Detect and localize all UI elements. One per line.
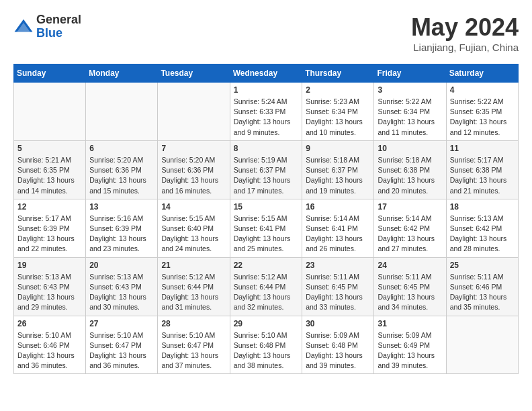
calendar-cell: 4Sunrise: 5:22 AMSunset: 6:35 PMDaylight… — [446, 83, 518, 141]
day-info: Sunrise: 5:09 AMSunset: 6:48 PMDaylight:… — [306, 330, 370, 371]
logo-icon — [13, 17, 34, 37]
day-info: Sunrise: 5:17 AMSunset: 6:38 PMDaylight:… — [450, 155, 515, 196]
day-number: 14 — [161, 202, 226, 212]
calendar-cell: 23Sunrise: 5:11 AMSunset: 6:45 PMDayligh… — [302, 257, 374, 316]
calendar-cell: 27Sunrise: 5:10 AMSunset: 6:47 PMDayligh… — [86, 316, 158, 374]
weekday-header: Thursday — [302, 64, 374, 83]
day-number: 12 — [17, 202, 82, 212]
weekday-header-row: SundayMondayTuesdayWednesdayThursdayFrid… — [14, 64, 519, 83]
day-info: Sunrise: 5:18 AMSunset: 6:38 PMDaylight:… — [378, 155, 442, 196]
calendar-cell: 8Sunrise: 5:19 AMSunset: 6:37 PMDaylight… — [230, 140, 302, 199]
day-number: 3 — [378, 85, 442, 95]
day-info: Sunrise: 5:10 AMSunset: 6:48 PMDaylight:… — [234, 330, 299, 371]
day-number: 27 — [89, 319, 154, 328]
weekday-header: Sunday — [14, 64, 86, 83]
day-number: 9 — [306, 144, 370, 153]
calendar-week-row: 5Sunrise: 5:21 AMSunset: 6:35 PMDaylight… — [14, 140, 519, 199]
calendar-cell: 10Sunrise: 5:18 AMSunset: 6:38 PMDayligh… — [374, 140, 446, 199]
calendar-cell: 29Sunrise: 5:10 AMSunset: 6:48 PMDayligh… — [230, 316, 302, 374]
day-number: 24 — [378, 261, 442, 270]
calendar-cell: 28Sunrise: 5:10 AMSunset: 6:47 PMDayligh… — [158, 316, 230, 374]
calendar-cell — [158, 83, 230, 141]
day-info: Sunrise: 5:20 AMSunset: 6:36 PMDaylight:… — [161, 155, 226, 196]
calendar-cell: 14Sunrise: 5:15 AMSunset: 6:40 PMDayligh… — [158, 199, 230, 257]
calendar-cell: 30Sunrise: 5:09 AMSunset: 6:48 PMDayligh… — [302, 316, 374, 374]
page-header: General Blue May 2024 Lianjiang, Fujian,… — [13, 13, 519, 53]
day-number: 31 — [378, 319, 442, 328]
logo-text: General Blue — [36, 13, 81, 40]
day-number: 6 — [89, 144, 154, 153]
calendar-cell: 9Sunrise: 5:18 AMSunset: 6:37 PMDaylight… — [302, 140, 374, 199]
calendar-cell: 1Sunrise: 5:24 AMSunset: 6:33 PMDaylight… — [230, 83, 302, 141]
calendar-cell — [86, 83, 158, 141]
day-number: 30 — [306, 319, 370, 328]
day-info: Sunrise: 5:20 AMSunset: 6:36 PMDaylight:… — [89, 155, 154, 196]
calendar-week-row: 19Sunrise: 5:13 AMSunset: 6:43 PMDayligh… — [14, 257, 519, 316]
day-info: Sunrise: 5:23 AMSunset: 6:34 PMDaylight:… — [306, 97, 370, 138]
calendar-cell: 7Sunrise: 5:20 AMSunset: 6:36 PMDaylight… — [158, 140, 230, 199]
month-year: May 2024 — [411, 13, 519, 42]
day-info: Sunrise: 5:12 AMSunset: 6:44 PMDaylight:… — [234, 272, 299, 313]
day-info: Sunrise: 5:19 AMSunset: 6:37 PMDaylight:… — [234, 155, 299, 196]
day-info: Sunrise: 5:16 AMSunset: 6:39 PMDaylight:… — [89, 214, 154, 255]
calendar-week-row: 26Sunrise: 5:10 AMSunset: 6:46 PMDayligh… — [14, 316, 519, 374]
day-number: 20 — [89, 261, 154, 270]
day-number: 1 — [234, 85, 299, 95]
day-info: Sunrise: 5:22 AMSunset: 6:34 PMDaylight:… — [378, 97, 442, 138]
calendar-cell: 13Sunrise: 5:16 AMSunset: 6:39 PMDayligh… — [86, 199, 158, 257]
day-info: Sunrise: 5:21 AMSunset: 6:35 PMDaylight:… — [17, 155, 82, 196]
day-number: 15 — [234, 202, 299, 212]
day-number: 7 — [161, 144, 226, 153]
weekday-header: Friday — [374, 64, 446, 83]
calendar-cell: 19Sunrise: 5:13 AMSunset: 6:43 PMDayligh… — [14, 257, 86, 316]
day-info: Sunrise: 5:13 AMSunset: 6:42 PMDaylight:… — [450, 214, 515, 255]
day-info: Sunrise: 5:11 AMSunset: 6:45 PMDaylight:… — [378, 272, 442, 313]
day-info: Sunrise: 5:11 AMSunset: 6:45 PMDaylight:… — [306, 272, 370, 313]
calendar-cell: 21Sunrise: 5:12 AMSunset: 6:44 PMDayligh… — [158, 257, 230, 316]
calendar-week-row: 1Sunrise: 5:24 AMSunset: 6:33 PMDaylight… — [14, 83, 519, 141]
day-number: 18 — [450, 202, 515, 212]
logo-blue: Blue — [36, 27, 81, 40]
calendar-cell — [14, 83, 86, 141]
weekday-header: Monday — [86, 64, 158, 83]
calendar-cell: 25Sunrise: 5:11 AMSunset: 6:46 PMDayligh… — [446, 257, 518, 316]
logo-general: General — [36, 13, 81, 27]
day-number: 16 — [306, 202, 370, 212]
day-number: 4 — [450, 85, 515, 95]
calendar-cell: 6Sunrise: 5:20 AMSunset: 6:36 PMDaylight… — [86, 140, 158, 199]
day-info: Sunrise: 5:17 AMSunset: 6:39 PMDaylight:… — [17, 214, 82, 255]
day-info: Sunrise: 5:13 AMSunset: 6:43 PMDaylight:… — [17, 272, 82, 313]
day-info: Sunrise: 5:15 AMSunset: 6:41 PMDaylight:… — [234, 214, 299, 255]
day-info: Sunrise: 5:10 AMSunset: 6:47 PMDaylight:… — [161, 330, 226, 371]
day-number: 22 — [234, 261, 299, 270]
calendar-cell: 11Sunrise: 5:17 AMSunset: 6:38 PMDayligh… — [446, 140, 518, 199]
day-number: 8 — [234, 144, 299, 153]
calendar-cell: 26Sunrise: 5:10 AMSunset: 6:46 PMDayligh… — [14, 316, 86, 374]
calendar-cell: 3Sunrise: 5:22 AMSunset: 6:34 PMDaylight… — [374, 83, 446, 141]
weekday-header: Saturday — [446, 64, 518, 83]
calendar-table: SundayMondayTuesdayWednesdayThursdayFrid… — [13, 64, 519, 374]
day-number: 28 — [161, 319, 226, 328]
calendar-cell — [446, 316, 518, 374]
day-info: Sunrise: 5:24 AMSunset: 6:33 PMDaylight:… — [234, 97, 299, 138]
calendar-cell: 17Sunrise: 5:14 AMSunset: 6:42 PMDayligh… — [374, 199, 446, 257]
calendar-cell: 12Sunrise: 5:17 AMSunset: 6:39 PMDayligh… — [14, 199, 86, 257]
calendar-cell: 20Sunrise: 5:13 AMSunset: 6:43 PMDayligh… — [86, 257, 158, 316]
weekday-header: Tuesday — [158, 64, 230, 83]
calendar-cell: 15Sunrise: 5:15 AMSunset: 6:41 PMDayligh… — [230, 199, 302, 257]
day-info: Sunrise: 5:15 AMSunset: 6:40 PMDaylight:… — [161, 214, 226, 255]
day-number: 19 — [17, 261, 82, 270]
day-number: 17 — [378, 202, 442, 212]
day-info: Sunrise: 5:10 AMSunset: 6:46 PMDaylight:… — [17, 330, 82, 371]
day-info: Sunrise: 5:18 AMSunset: 6:37 PMDaylight:… — [306, 155, 370, 196]
day-info: Sunrise: 5:11 AMSunset: 6:46 PMDaylight:… — [450, 272, 515, 313]
day-info: Sunrise: 5:10 AMSunset: 6:47 PMDaylight:… — [89, 330, 154, 371]
day-info: Sunrise: 5:13 AMSunset: 6:43 PMDaylight:… — [89, 272, 154, 313]
location: Lianjiang, Fujian, China — [411, 42, 519, 53]
day-number: 10 — [378, 144, 442, 153]
calendar-cell: 24Sunrise: 5:11 AMSunset: 6:45 PMDayligh… — [374, 257, 446, 316]
weekday-header: Wednesday — [230, 64, 302, 83]
day-number: 21 — [161, 261, 226, 270]
day-number: 11 — [450, 144, 515, 153]
day-info: Sunrise: 5:14 AMSunset: 6:41 PMDaylight:… — [306, 214, 370, 255]
